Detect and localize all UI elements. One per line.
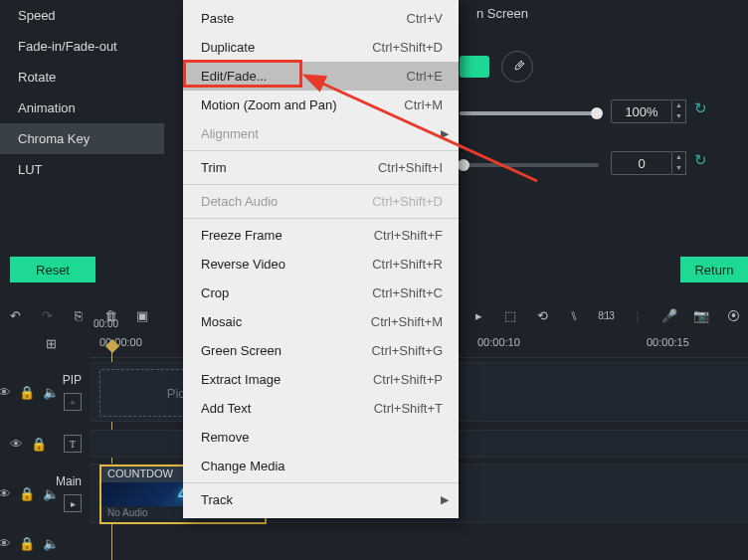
track-extra: 👁 🔒 🔈 (0, 529, 748, 557)
eye-icon[interactable]: 👁 (0, 486, 11, 501)
track-pip-toggles: 👁 🔒 🔈 (0, 362, 56, 422)
sidebar-item-chroma-key[interactable]: Chroma Key (0, 123, 164, 154)
ctx-crop[interactable]: CropCtrl+Shift+C (183, 279, 459, 307)
track-main-toggles: 👁 🔒 🔈 (0, 464, 56, 523)
ruler-time-2: 00:00:15 (647, 336, 689, 348)
record-icon[interactable]: ⦿ (724, 308, 742, 323)
ctx-freeze-frame[interactable]: Freeze FrameCtrl+Shift+F (183, 221, 459, 250)
ctx-mosaic[interactable]: MosaicCtrl+Shift+M (183, 307, 459, 336)
timeline-add-track-icon[interactable]: ⊞ (46, 336, 57, 351)
sidebar-item-speed[interactable]: Speed (0, 0, 164, 31)
lock-icon[interactable]: 🔒 (19, 385, 35, 400)
color-swatch-button[interactable] (460, 56, 489, 78)
return-button[interactable]: Return (680, 257, 748, 282)
ctx-separator (183, 184, 459, 185)
track-pip-type-icon: ▫ (64, 393, 82, 411)
eye-icon[interactable]: 👁 (0, 385, 11, 400)
track-main-label: Main (56, 474, 82, 488)
offset-slider[interactable] (460, 163, 599, 167)
ctx-alignment[interactable]: Alignment▶ (183, 119, 459, 148)
ctx-extract-image[interactable]: Extract ImageCtrl+Shift+P (183, 365, 459, 394)
effects-sidebar: Speed Fade-in/Fade-out Rotate Animation … (0, 0, 164, 185)
eye-icon[interactable]: 👁 (10, 437, 23, 452)
ruler-time-1: 00:00:10 (477, 336, 520, 348)
sidebar-item-animation[interactable]: Animation (0, 93, 164, 123)
ctx-change-media[interactable]: Change Media (183, 452, 459, 480)
sidebar-item-rotate[interactable]: Rotate (0, 62, 164, 93)
redo-icon[interactable]: ↷ (38, 308, 56, 323)
sidebar-item-fade[interactable]: Fade-in/Fade-out (0, 31, 164, 62)
ctx-detach-audio[interactable]: Detach AudioCtrl+Shift+D (183, 187, 459, 216)
track-pip-label: PIP (63, 373, 82, 387)
ctx-separator (183, 218, 459, 219)
ruler-origin: 00:00 (94, 318, 118, 329)
submenu-arrow-icon: ▶ (441, 127, 449, 140)
lock-icon[interactable]: 🔒 (31, 437, 47, 452)
tolerance-value[interactable]: 100% (611, 99, 672, 123)
ctx-separator (183, 150, 459, 151)
offset-value[interactable]: 0 (611, 151, 672, 175)
ctx-edit-fade[interactable]: Edit/Fade...Ctrl+E (183, 62, 459, 91)
track-text-type-icon: T (64, 435, 82, 453)
ctx-add-text[interactable]: Add TextCtrl+Shift+T (183, 394, 459, 423)
mute-icon[interactable]: 🔈 (43, 536, 59, 551)
track-text-toggles: 👁 🔒 (0, 430, 56, 458)
aspect-icon[interactable]: 8:13 (597, 310, 615, 321)
ctx-separator (183, 482, 459, 483)
reset-icon[interactable]: ↻ (694, 99, 707, 123)
submenu-arrow-icon: ▶ (441, 493, 449, 506)
ctx-motion[interactable]: Motion (Zoom and Pan)Ctrl+M (183, 91, 459, 119)
reset-icon[interactable]: ↻ (694, 151, 707, 175)
ctx-duplicate[interactable]: DuplicateCtrl+Shift+D (183, 33, 459, 62)
eyedropper-button[interactable] (501, 51, 533, 83)
split-icon[interactable]: ▣ (133, 308, 151, 323)
mic-icon[interactable]: 🎤 (660, 308, 678, 323)
speed-icon[interactable]: ⑊ (565, 308, 583, 323)
reset-button[interactable]: Reset (10, 257, 95, 282)
undo-icon[interactable]: ↶ (6, 308, 24, 323)
tolerance-spinner[interactable]: ▲▼ (672, 99, 686, 123)
ctx-paste[interactable]: PasteCtrl+V (183, 4, 459, 33)
camera-icon[interactable]: 📷 (692, 308, 710, 323)
ctx-trim[interactable]: TrimCtrl+Shift+I (183, 153, 459, 182)
divider: | (629, 308, 647, 323)
ctx-green-screen[interactable]: Green ScreenCtrl+Shift+G (183, 336, 459, 365)
panel-header-fragment: n Screen (476, 6, 528, 21)
ctx-reverse-video[interactable]: Reverse VideoCtrl+Shift+R (183, 250, 459, 279)
track-main-type-icon: ▸ (64, 494, 82, 512)
tolerance-slider[interactable] (460, 111, 599, 115)
sidebar-item-lut[interactable]: LUT (0, 154, 164, 185)
context-menu: PasteCtrl+V DuplicateCtrl+Shift+D Edit/F… (183, 0, 459, 518)
copy-icon[interactable]: ⎘ (70, 308, 88, 323)
lock-icon[interactable]: 🔒 (19, 536, 35, 551)
eye-icon[interactable]: 👁 (0, 536, 11, 551)
rotate-icon[interactable]: ⟲ (533, 308, 551, 323)
crop-icon[interactable]: ⬚ (501, 308, 519, 323)
ctx-track[interactable]: Track▶ (183, 485, 459, 514)
color-picker-row (460, 56, 489, 78)
offset-spinner[interactable]: ▲▼ (672, 151, 686, 175)
lock-icon[interactable]: 🔒 (19, 486, 35, 501)
overlay-icon[interactable]: ▸ (469, 308, 487, 323)
eyedropper-icon (509, 59, 525, 75)
ctx-remove[interactable]: Remove (183, 423, 459, 452)
